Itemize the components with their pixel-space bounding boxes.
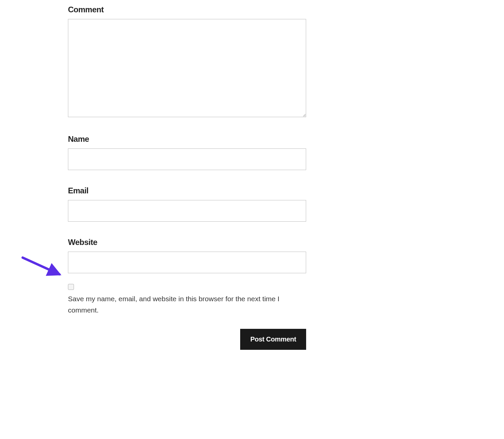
save-info-checkbox[interactable] <box>68 284 74 290</box>
comment-textarea[interactable] <box>68 19 306 117</box>
save-info-row: Save my name, email, and website in this… <box>68 284 306 316</box>
post-comment-button[interactable]: Post Comment <box>240 329 306 350</box>
comment-field-group: Comment <box>68 5 306 118</box>
name-label: Name <box>68 134 306 144</box>
submit-row: Post Comment <box>68 329 306 350</box>
svg-line-1 <box>23 258 59 274</box>
email-input[interactable] <box>68 200 306 222</box>
email-field-group: Email <box>68 186 306 222</box>
website-field-group: Website <box>68 238 306 273</box>
comment-form: Comment Name Email Website Save my name,… <box>68 5 306 350</box>
save-info-label: Save my name, email, and website in this… <box>68 293 306 316</box>
comment-label: Comment <box>68 5 306 14</box>
email-label: Email <box>68 186 306 195</box>
name-field-group: Name <box>68 134 306 170</box>
annotation-arrow-icon <box>20 255 67 280</box>
website-input[interactable] <box>68 252 306 273</box>
website-label: Website <box>68 238 306 247</box>
name-input[interactable] <box>68 148 306 170</box>
